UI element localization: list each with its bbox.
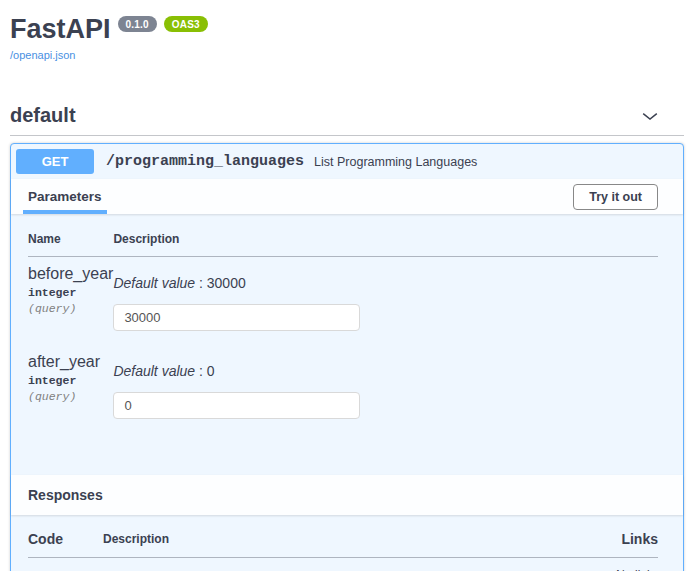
response-row: 200 Successful Response No links [28,558,658,571]
response-description: Successful Response [103,566,524,571]
section-title: default [10,104,76,127]
responses-links-header: Links [524,521,658,558]
endpoint-summary[interactable]: GET /programming_languages List Programm… [11,144,683,179]
opblock-get: GET /programming_languages List Programm… [10,143,684,571]
parameter-default-description: Default value : 0 [113,353,658,379]
response-code: 200 [28,558,103,571]
tab-parameters-label: Parameters [28,189,102,210]
parameter-location: (query) [28,390,113,403]
parameter-name: after_year [28,353,113,371]
parameters-description-header: Description [113,222,658,257]
try-it-out-button[interactable]: Try it out [573,184,658,210]
parameter-type: integer [28,286,113,299]
endpoint-path[interactable]: /programming_languages [106,153,304,170]
tab-parameters[interactable]: Parameters [23,179,107,214]
chevron-down-icon[interactable] [640,106,660,126]
parameter-value-input[interactable] [113,392,360,419]
api-info: FastAPI 0.1.0 OAS3 /openapi.json [10,15,684,63]
parameters-name-header: Name [28,222,113,257]
parameter-row: after_year integer (query) Default value… [28,345,658,433]
responses-title: Responses [28,487,103,503]
oas-badge: OAS3 [164,16,208,32]
parameter-row: before_year integer (query) Default valu… [28,257,658,346]
parameter-location: (query) [28,302,113,315]
responses-header-bar: Responses [11,475,683,515]
openapi-spec-link[interactable]: /openapi.json [10,49,75,61]
parameter-type: integer [28,374,113,387]
page-title: FastAPI [10,15,111,43]
responses-table: Code Description Links 200 Successful Re… [28,521,658,571]
responses-code-header: Code [28,521,103,558]
parameters-header-bar: Parameters Try it out [11,179,683,214]
parameter-default-description: Default value : 30000 [113,265,658,291]
parameters-container: Name Description before_year integer (qu… [11,214,683,475]
opblock-body: Parameters Try it out Name Description b… [11,179,683,571]
parameters-table: Name Description before_year integer (qu… [28,222,658,433]
responses-description-header: Description [103,521,524,558]
http-method-badge: GET [16,149,94,174]
section-default-header[interactable]: default [10,104,684,136]
parameter-value-input[interactable] [113,304,360,331]
responses-container: Code Description Links 200 Successful Re… [11,515,683,571]
parameter-name: before_year [28,265,113,283]
endpoint-description: List Programming Languages [314,155,477,169]
version-badge: 0.1.0 [118,16,157,32]
response-links: No links [524,558,658,571]
